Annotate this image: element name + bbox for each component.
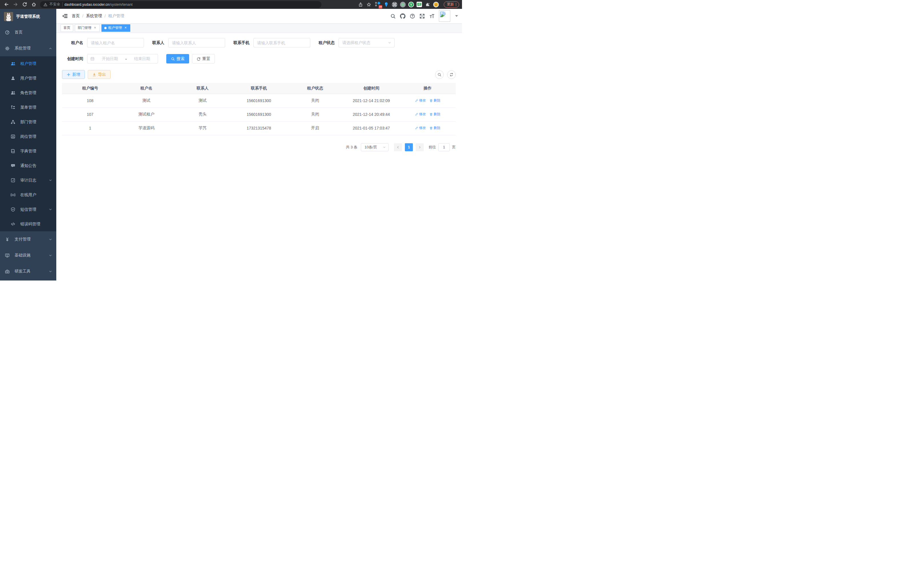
github-icon[interactable] (400, 14, 405, 19)
extension-puzzle-icon[interactable] (424, 1, 431, 8)
search-button[interactable]: 搜索 (166, 54, 189, 63)
tab-dept[interactable]: 部门管理× (75, 24, 100, 32)
user-icon (10, 76, 15, 81)
filter-contact: 联系人 (152, 38, 225, 47)
share-icon[interactable] (357, 1, 364, 8)
chevron-down-icon (49, 178, 52, 182)
table-toolbar: 新增 导出 (62, 70, 456, 79)
prev-page-button[interactable] (394, 143, 402, 151)
extension-command-icon[interactable] (391, 1, 398, 8)
add-button[interactable]: 新增 (62, 70, 85, 79)
edit-tenant-button[interactable]: 修改 (415, 98, 426, 103)
breadcrumb-home[interactable]: 首页 (72, 14, 80, 19)
app-logo[interactable]: 芋道管理系统 (0, 9, 56, 24)
delete-tenant-button[interactable]: 删除 (429, 112, 441, 117)
sidebar-item-system[interactable]: 系统管理 (0, 40, 56, 56)
actions-cell: 修改删除 (399, 94, 456, 108)
contact-cell: 测试 (175, 94, 231, 108)
refresh-table-button[interactable] (447, 70, 456, 79)
sidebar-item-role[interactable]: 角色管理 (0, 86, 56, 100)
tenant-name-input[interactable] (87, 38, 144, 47)
extension-recorder-icon[interactable] (399, 1, 406, 8)
date-range-picker[interactable]: 开始日期 - 结束日期 (87, 54, 158, 63)
page-size-select[interactable]: 10条/页 (361, 143, 388, 151)
extension-yuque-icon[interactable] (408, 1, 414, 8)
tab-close-icon[interactable]: × (124, 26, 128, 30)
help-icon[interactable] (410, 14, 415, 19)
next-page-button[interactable] (416, 143, 424, 151)
tab-home[interactable]: 首页 (61, 24, 73, 32)
current-page-button[interactable]: 1 (405, 143, 413, 151)
toolbox-icon (5, 269, 10, 274)
avatar[interactable] (439, 10, 450, 22)
toggle-search-button[interactable] (435, 70, 444, 79)
page-suffix: 页 (452, 145, 456, 150)
chevron-down-icon (382, 146, 386, 149)
sidebar-item-tenant[interactable]: 租户管理 (0, 56, 56, 71)
bookmark-star-icon[interactable] (365, 1, 372, 8)
tenant-id-cell: 1 (62, 121, 118, 135)
column-header: 联系手机 (231, 83, 287, 94)
edit-tenant-button[interactable]: 修改 (415, 126, 426, 130)
table-row: 108测试测试15601691300关闭2021-12-14 21:02:09修… (62, 94, 456, 108)
search-icon[interactable] (390, 14, 396, 19)
code-icon (10, 222, 15, 226)
breadcrumb-system[interactable]: 系统管理 (86, 14, 102, 19)
kebab-menu-icon[interactable] (454, 3, 458, 7)
contact-input[interactable] (168, 38, 225, 47)
column-header: 租户名 (118, 83, 175, 94)
sidebar-item-home[interactable]: 首页 (0, 24, 56, 40)
export-button[interactable]: 导出 (88, 70, 111, 79)
tenant-id-cell: 107 (62, 108, 118, 121)
update-button[interactable]: 更新 (444, 2, 459, 8)
back-icon[interactable] (3, 1, 10, 8)
url-bar[interactable]: 不安全 dashboard.yudao.iocoder.cn/system/te… (40, 1, 321, 8)
fullscreen-icon[interactable] (419, 14, 425, 19)
sidebar-item-notice[interactable]: 通知公告 (0, 158, 56, 173)
sidebar-item-post[interactable]: 岗位管理 (0, 129, 56, 144)
sidebar-item-devtool[interactable]: 研发工具 (0, 263, 56, 279)
edit-tenant-button[interactable]: 修改 (415, 112, 426, 117)
sidebar-item-dept[interactable]: 部门管理 (0, 115, 56, 129)
delete-tenant-button[interactable]: 删除 (429, 126, 441, 130)
tab-close-icon[interactable]: × (93, 26, 97, 30)
reload-icon[interactable] (21, 1, 28, 8)
delete-tenant-button[interactable]: 删除 (429, 98, 441, 103)
status-select[interactable]: 请选择租户状态 (339, 38, 394, 47)
sidebar-item-dict[interactable]: 字典管理 (0, 144, 56, 158)
sidebar-item-label: 短信管理 (20, 207, 49, 212)
sidebar-item-auditlog[interactable]: 审计日志 (0, 173, 56, 188)
sidebar-item-user[interactable]: 用户管理 (0, 71, 56, 86)
avatar-caret-down-icon[interactable] (455, 15, 458, 17)
calendar-icon (90, 57, 94, 61)
mobile-input[interactable] (254, 38, 310, 47)
extension-userscripts-icon[interactable]: 10 (375, 1, 381, 8)
reset-button[interactable]: 重置 (192, 54, 215, 63)
tenant-icon (10, 61, 15, 66)
sidebar-toggle-icon[interactable] (62, 13, 68, 19)
forward-icon[interactable] (12, 1, 19, 8)
font-size-icon[interactable] (429, 14, 435, 19)
sidebar-item-pay[interactable]: 支付管理 (0, 231, 56, 247)
sidebar-item-label: 用户管理 (20, 76, 52, 81)
extension-emoji-icon[interactable] (433, 1, 439, 8)
sidebar-item-label: 在线用户 (20, 193, 52, 198)
goto-page-input[interactable] (438, 143, 450, 151)
sidebar-item-infra[interactable]: 基础设施 (0, 247, 56, 263)
date-separator: - (125, 57, 127, 61)
sidebar-item-errorcode[interactable]: 错误码管理 (0, 217, 56, 231)
column-header: 操作 (399, 83, 456, 94)
sidebar-item-label: 菜单管理 (20, 105, 52, 110)
home-icon[interactable] (30, 1, 37, 8)
online-icon (10, 193, 15, 197)
sidebar-item-sms[interactable]: 短信管理 (0, 202, 56, 217)
plus-icon (67, 73, 70, 77)
sidebar-item-online[interactable]: 在线用户 (0, 188, 56, 202)
extension-chat-icon[interactable] (416, 1, 423, 8)
monitor-icon (5, 253, 10, 258)
extension-pin-icon[interactable] (383, 1, 389, 8)
chevron-down-icon (388, 41, 392, 45)
tab-tenant[interactable]: 租户管理× (101, 24, 130, 32)
navbar-actions (390, 10, 458, 22)
sidebar-item-menu[interactable]: 菜单管理 (0, 100, 56, 115)
